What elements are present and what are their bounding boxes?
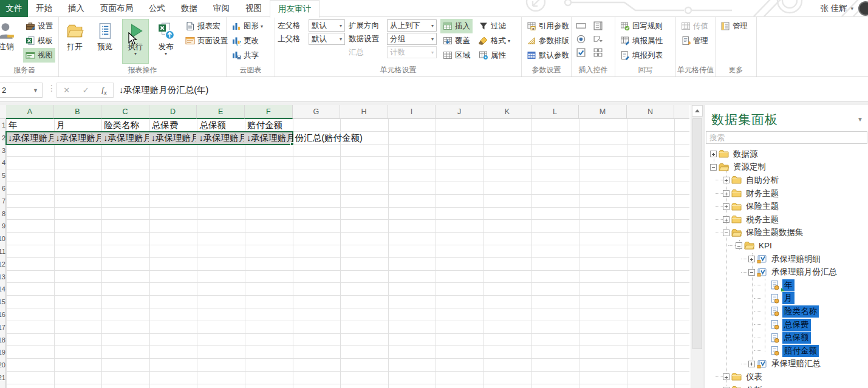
button-过滤[interactable]: 过滤 xyxy=(476,19,513,33)
tree-item-label[interactable]: 承保理赔汇总 xyxy=(770,358,822,370)
row-header-20[interactable]: 20 xyxy=(0,359,5,372)
confirm-entry-icon[interactable]: ✓ xyxy=(83,86,89,95)
row-header-7[interactable]: 7 xyxy=(0,195,5,208)
button-共享[interactable]: 共享 xyxy=(229,48,265,63)
scrollbar-thumb[interactable] xyxy=(692,118,702,349)
fill-handle[interactable] xyxy=(290,142,294,146)
column-header-M[interactable]: M xyxy=(579,105,627,119)
cell-D2[interactable]: ↓承保理赔月份汇总(总保费) xyxy=(151,132,197,145)
button-回写规则[interactable]: 回写规则 xyxy=(618,19,665,33)
collapse-icon[interactable] xyxy=(748,269,755,276)
tree-item-承保理赔汇总[interactable]: 承保理赔汇总 xyxy=(705,358,868,371)
tree-item-label[interactable]: 资源定制 xyxy=(731,161,768,173)
button-插入[interactable]: 插入 xyxy=(440,19,473,33)
row-header-16[interactable]: 16 xyxy=(0,308,5,321)
row-header-6[interactable]: 6 xyxy=(0,182,5,195)
cell-A1[interactable]: 年 xyxy=(9,119,53,132)
column-header-H[interactable]: H xyxy=(340,105,388,119)
column-header-K[interactable]: K xyxy=(484,105,531,119)
tree-item-仪表[interactable]: 仪表 xyxy=(705,370,868,384)
tree-item-label[interactable]: 保险主题数据集 xyxy=(744,226,805,239)
cell-D1[interactable]: 总保费 xyxy=(152,119,197,132)
button-control-listbox[interactable] xyxy=(591,19,604,32)
cell-B2[interactable]: ↓承保理赔月份汇总(月) xyxy=(56,132,101,145)
tree-item-label[interactable]: KPI xyxy=(757,240,774,251)
column-header-G[interactable]: G xyxy=(293,105,341,119)
tab-公式[interactable]: 公式 xyxy=(141,0,173,17)
button-打开[interactable]: 打开 xyxy=(61,19,88,64)
cell-B1[interactable]: 月 xyxy=(56,119,101,132)
search-input[interactable] xyxy=(706,131,867,144)
row-header-3[interactable]: 3 xyxy=(0,145,5,157)
expand-icon[interactable] xyxy=(748,361,755,367)
button-页面设置[interactable]: 页面设置 xyxy=(183,33,230,48)
expand-icon[interactable] xyxy=(723,216,730,223)
tree-item-自助分析[interactable]: 自助分析 xyxy=(705,174,868,187)
user-menu[interactable]: 张 佳辉 ▾ xyxy=(820,0,853,17)
column-header-A[interactable]: A xyxy=(6,105,54,119)
row-header-15[interactable]: 15 xyxy=(0,296,5,308)
row-header-4[interactable]: 4 xyxy=(0,157,5,169)
tree-item-险类名称[interactable]: 险类名称 xyxy=(705,305,868,318)
tab-开始[interactable]: 开始 xyxy=(28,0,60,17)
spreadsheet-grid[interactable]: ABCDEFGHIJKLMN12345678910111213141516171… xyxy=(0,105,689,388)
collapse-icon[interactable] xyxy=(723,230,730,236)
tree-item-label[interactable]: 分析 xyxy=(744,384,764,388)
button-填报列表[interactable]: 填报列表 xyxy=(618,48,665,63)
button-覆盖[interactable]: 覆盖 xyxy=(440,33,473,48)
tree-item-赔付金额[interactable]: 赔付金额 xyxy=(705,344,868,358)
tab-页面布局[interactable]: 页面布局 xyxy=(92,0,141,17)
column-header-E[interactable]: E xyxy=(197,105,245,119)
chevron-down-icon[interactable]: ▼ xyxy=(33,87,38,94)
row-header-21[interactable]: 21 xyxy=(0,372,5,384)
row-header-11[interactable]: 11 xyxy=(0,245,5,258)
expand-icon[interactable] xyxy=(748,256,755,262)
tree-item-年[interactable]: 年 xyxy=(705,279,868,292)
row-header-5[interactable]: 5 xyxy=(0,169,5,182)
button-control-checkbox[interactable] xyxy=(574,46,587,59)
button-control-grid[interactable] xyxy=(591,46,604,59)
button-control-radio[interactable] xyxy=(574,32,587,46)
tree-item-label[interactable]: 数据源 xyxy=(731,148,760,160)
row-header-22[interactable]: 22 xyxy=(0,384,5,388)
column-header-J[interactable]: J xyxy=(436,105,484,119)
column-header-I[interactable]: I xyxy=(388,105,436,119)
column-header-C[interactable]: C xyxy=(101,105,149,119)
tree-item-总保额[interactable]: 总保额 xyxy=(705,331,868,344)
cell-C2[interactable]: ↓承保理赔月份汇总(险类名称) xyxy=(103,132,149,145)
button-填报属性[interactable]: 填报属性 xyxy=(618,33,665,48)
formula-input[interactable]: ↓承保理赔月份汇总(年) xyxy=(119,83,208,98)
button-管理[interactable]: 管理 xyxy=(678,33,711,48)
button-预览[interactable]: 预览 xyxy=(92,19,118,64)
tab-审阅[interactable]: 审阅 xyxy=(205,0,238,17)
row-header-19[interactable]: 19 xyxy=(0,346,5,359)
chevron-down-icon[interactable]: ▼ xyxy=(857,116,863,123)
button-更改[interactable]: 更改 xyxy=(229,33,265,48)
tree-item-承保理赔明细[interactable]: 承保理赔明细 xyxy=(705,253,868,266)
tree-item-label[interactable]: 险类名称 xyxy=(782,305,819,318)
name-box[interactable]: 2 ▼ xyxy=(0,83,43,98)
expand-icon[interactable] xyxy=(710,151,717,157)
cells-area[interactable] xyxy=(0,119,689,388)
tree-item-总保费[interactable]: 总保费 xyxy=(705,318,868,332)
tab-用友审计[interactable]: 用友审计 xyxy=(270,0,320,18)
tree-item-分析[interactable]: 分析 xyxy=(705,384,868,388)
row-header-14[interactable]: 14 xyxy=(0,283,5,296)
row-header-9[interactable]: 9 xyxy=(0,220,5,233)
cancel-entry-icon[interactable]: ✕ xyxy=(63,86,70,95)
button-control-combo[interactable] xyxy=(591,32,604,46)
dropdown-上父格[interactable]: 默认▾ xyxy=(309,33,345,45)
tree-item-KPI[interactable]: KPI xyxy=(705,239,868,253)
insert-function-icon[interactable]: fx xyxy=(101,85,106,96)
cell-C1[interactable]: 险类名称 xyxy=(104,119,149,132)
tree-item-税务主题[interactable]: 税务主题 xyxy=(705,213,868,226)
button-格式[interactable]: 格式▾ xyxy=(476,33,513,48)
button-管理[interactable]: 管理 xyxy=(718,19,750,33)
tree-item-label[interactable]: 总保额 xyxy=(782,332,811,344)
cell-F2-overflow[interactable]: ↓承保理赔月份汇总(赔付金额) xyxy=(247,132,363,145)
dropdown-左父格[interactable]: 默认▾ xyxy=(309,19,345,32)
expand-icon[interactable] xyxy=(723,373,730,380)
collapse-icon[interactable] xyxy=(710,164,717,171)
tree-item-label[interactable]: 月 xyxy=(782,292,795,304)
tree-item-label[interactable]: 总保费 xyxy=(782,319,811,331)
